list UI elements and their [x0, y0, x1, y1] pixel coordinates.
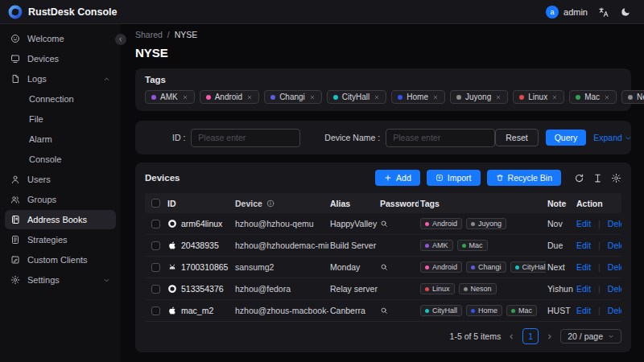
- sidebar-item-alarm[interactable]: Alarm: [5, 130, 116, 149]
- remove-tag-icon[interactable]: [432, 94, 439, 101]
- delete-link[interactable]: Delete: [608, 284, 621, 294]
- edit-link[interactable]: Edit: [576, 284, 591, 294]
- view-password-icon[interactable]: [380, 263, 388, 271]
- apple-os-icon: [167, 241, 177, 250]
- tag-label: Changi: [478, 263, 502, 271]
- chevron-down-icon: [608, 333, 614, 339]
- edit-link[interactable]: Edit: [576, 306, 591, 315]
- plus-icon: [384, 174, 392, 182]
- sidebar-item-devices[interactable]: Devices: [5, 49, 116, 68]
- tag-label: Linux: [432, 285, 450, 293]
- tag-color-dot: [206, 95, 211, 100]
- page-size-select[interactable]: 20 / page: [560, 329, 621, 343]
- tag-chip-juyong: Juyong: [466, 218, 506, 229]
- add-button[interactable]: Add: [375, 170, 420, 186]
- devices-panel: Devices Add Import Recycle Bin: [135, 162, 631, 352]
- remove-tag-icon[interactable]: [374, 94, 380, 101]
- view-password-icon[interactable]: [380, 220, 388, 228]
- device-name-input[interactable]: [386, 129, 495, 147]
- info-icon[interactable]: [266, 200, 275, 208]
- edit-link[interactable]: Edit: [576, 219, 591, 228]
- sidebar-item-console[interactable]: Console: [5, 150, 116, 169]
- id-input[interactable]: [191, 129, 300, 147]
- device-id: 1700310865: [181, 262, 228, 272]
- table-header: ID Device Alias Password Tags Note Actio…: [145, 193, 621, 213]
- tag-chip-linux: Linux: [420, 283, 455, 294]
- row-density-icon[interactable]: [592, 173, 603, 183]
- user-menu[interactable]: a admin: [546, 6, 588, 19]
- reset-button[interactable]: Reset: [495, 129, 538, 146]
- row-checkbox[interactable]: [151, 306, 160, 315]
- delete-link[interactable]: Delete: [608, 241, 621, 250]
- query-button[interactable]: Query: [546, 130, 587, 146]
- column-settings-gear-icon[interactable]: [611, 173, 621, 183]
- tag-chip-linux[interactable]: Linux: [513, 90, 564, 104]
- tag-chip-neson[interactable]: Neson: [621, 90, 644, 104]
- remove-tag-icon[interactable]: [309, 94, 316, 101]
- cell-device: hzhou@hzhoudemac-mini: [233, 241, 328, 250]
- linux-os-icon: [167, 284, 177, 294]
- sidebar-item-logs[interactable]: Logs: [5, 69, 116, 88]
- recycle-bin-button[interactable]: Recycle Bin: [487, 170, 561, 186]
- cell-note: Next: [546, 262, 575, 272]
- sidebar-collapse-button[interactable]: [115, 34, 126, 45]
- cell-alias: Canberra: [328, 306, 378, 315]
- sidebar-item-label: File: [29, 114, 43, 124]
- brand: RustDesk Console: [8, 5, 117, 19]
- sidebar-item-address-books[interactable]: Address Books: [5, 210, 116, 229]
- tag-chip-juyong[interactable]: Juyong: [450, 90, 508, 104]
- import-button[interactable]: Import: [427, 170, 481, 186]
- tag-chip-cityhall[interactable]: CityHall: [327, 90, 386, 104]
- tag-chip-changi[interactable]: Changi: [264, 90, 322, 104]
- remove-tag-icon[interactable]: [246, 94, 253, 101]
- remove-tag-icon[interactable]: [551, 94, 558, 101]
- language-icon[interactable]: [598, 6, 609, 18]
- remove-tag-icon[interactable]: [182, 94, 188, 101]
- sidebar-item-file[interactable]: File: [5, 109, 116, 129]
- prev-page-button[interactable]: [508, 333, 515, 340]
- page-1-button[interactable]: 1: [522, 328, 539, 344]
- tag-chip-mac[interactable]: Mac: [569, 90, 617, 104]
- tags-panel-title: Tags: [145, 75, 621, 84]
- sidebar-item-custom-clients[interactable]: Custom Clients: [5, 250, 116, 269]
- tag-chip-home[interactable]: Home: [391, 90, 445, 104]
- tag-chip-amk[interactable]: AMK: [145, 90, 195, 104]
- row-checkbox[interactable]: [151, 241, 160, 250]
- refresh-icon[interactable]: [574, 173, 584, 183]
- row-checkbox[interactable]: [151, 263, 160, 272]
- device-row-arm64linux: arm64linuxhzhou@hzhou-qemuHappyValleyAnd…: [145, 213, 621, 235]
- remove-tag-icon[interactable]: [604, 94, 610, 101]
- cell-action: Edit|Delete: [575, 219, 621, 228]
- edit-link[interactable]: Edit: [576, 262, 591, 272]
- theme-toggle-moon-icon[interactable]: [620, 6, 631, 18]
- row-checkbox[interactable]: [151, 285, 160, 294]
- cell-device: hzhou@zhous-macbook-air: [233, 306, 328, 315]
- tag-chip-android[interactable]: Android: [200, 90, 259, 104]
- sidebar-item-welcome[interactable]: Welcome: [5, 29, 116, 48]
- next-page-button[interactable]: [546, 333, 553, 340]
- breadcrumb-shared[interactable]: Shared: [135, 30, 163, 39]
- remove-tag-icon[interactable]: [495, 94, 502, 101]
- expand-toggle[interactable]: Expand: [593, 133, 632, 142]
- sidebar-item-label: Console: [29, 154, 61, 164]
- sidebar-item-settings[interactable]: Settings: [5, 270, 116, 290]
- row-checkbox[interactable]: [151, 220, 160, 228]
- tag-label: CityHall: [342, 93, 369, 101]
- avatar[interactable]: a: [546, 6, 559, 19]
- sidebar-item-groups[interactable]: Groups: [5, 190, 116, 209]
- import-icon: [436, 174, 444, 182]
- sidebar-item-users[interactable]: Users: [5, 170, 116, 189]
- cell-id: 513354376: [166, 284, 233, 294]
- delete-link[interactable]: Delete: [608, 219, 621, 228]
- delete-link[interactable]: Delete: [608, 262, 621, 272]
- sidebar-item-connection[interactable]: Connection: [5, 89, 116, 109]
- edit-link[interactable]: Edit: [576, 241, 591, 250]
- select-all-checkbox[interactable]: [151, 199, 160, 208]
- tag-color-dot: [471, 309, 475, 313]
- sidebar-item-label: Connection: [29, 94, 74, 104]
- sidebar-item-strategies[interactable]: Strategies: [5, 230, 116, 249]
- view-password-icon[interactable]: [380, 306, 388, 315]
- device-row-1700310865: 1700310865sansumg2MondayAndroidChangiCit…: [145, 257, 621, 278]
- delete-link[interactable]: Delete: [608, 306, 621, 315]
- top-bar: RustDesk Console a admin: [0, 0, 644, 24]
